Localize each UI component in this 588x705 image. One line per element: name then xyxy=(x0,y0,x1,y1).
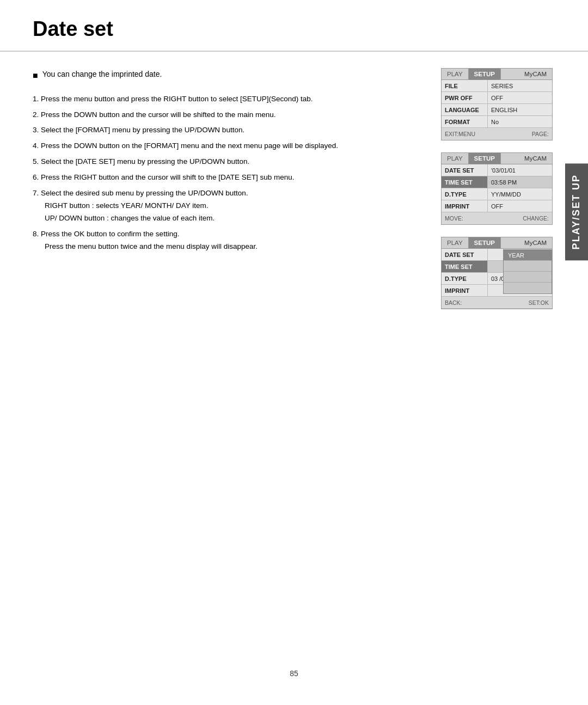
menu2-row-dtype: D.TYPE YY/MM/DD xyxy=(442,188,552,200)
menu1-row-format: FORMAT No xyxy=(442,116,552,128)
menu2-dtype-label: D.TYPE xyxy=(442,188,488,200)
menu3-tab-play: PLAY xyxy=(442,237,469,248)
page-title: Date set xyxy=(0,0,588,52)
menu1-pwroff-value: OFF xyxy=(488,92,552,103)
step-7-num: 7. xyxy=(33,189,41,197)
left-column: ■ You can change the imprinted date. 1. … xyxy=(33,68,419,309)
intro-text: You can change the imprinted date. xyxy=(42,68,162,80)
step-2-text: Press the DOWN button and the cursor wil… xyxy=(41,111,275,119)
menu3-tab-setup: SETUP xyxy=(469,237,501,248)
step-7: 7. Select the desired sub menu by pressi… xyxy=(33,188,419,224)
step-3-text: Select the [FORMAT] menu by pressing the… xyxy=(41,126,244,134)
step-8-num: 8. xyxy=(33,230,41,238)
menu1-header: PLAY SETUP MyCAM xyxy=(442,69,552,80)
menu2-imprint-value: OFF xyxy=(488,200,552,212)
menu2-row-imprint: IMPRINT OFF xyxy=(442,200,552,212)
menu1-pwroff-label: PWR OFF xyxy=(442,92,488,103)
menu3-back-label: BACK: xyxy=(445,299,462,306)
menu1-exit-label: EXIT:MENU xyxy=(445,131,475,137)
menu2-dtype-value: YY/MM/DD xyxy=(488,188,552,200)
menu2-row-dateset: DATE SET '03/01/01 xyxy=(442,164,552,176)
content-area: ■ You can change the imprinted date. 1. … xyxy=(0,68,588,309)
menu3-tab-mycam: MyCAM xyxy=(519,237,552,248)
steps-list: 1. Press the menu button and press the R… xyxy=(33,94,419,253)
step-8-sub: Press the menu button twice and the menu… xyxy=(33,241,419,253)
step-7-sub-1: RIGHT button : selects YEAR/ MONTH/ DAY … xyxy=(45,200,419,212)
step-3-num: 3. xyxy=(33,126,41,134)
menu3-footer-text: BACK: SET:OK xyxy=(442,297,552,308)
menu2-change-label: CHANGE: xyxy=(523,215,549,222)
step-6: 6. Press the RIGHT button and the cursor… xyxy=(33,172,419,183)
step-8: 8. Press the OK button to confirm the se… xyxy=(33,229,419,253)
menu1-tab-play: PLAY xyxy=(442,69,469,79)
menu1-language-value: ENGLISH xyxy=(488,104,552,115)
menu1-file-label: FILE xyxy=(442,80,488,91)
step-1-num: 1. xyxy=(33,95,41,103)
menu2-tab-setup: SETUP xyxy=(469,153,501,164)
menu3-dateset-label: DATE SET xyxy=(442,249,488,260)
menu2-footer-text: MOVE: CHANGE: xyxy=(442,212,552,224)
menu2-tab-play: PLAY xyxy=(442,153,469,164)
menu2-timeset-value: 03:58 PM xyxy=(488,176,552,188)
step-3: 3. Select the [FORMAT] menu by pressing … xyxy=(33,125,419,136)
menu1-row-file: FILE SERIES xyxy=(442,80,552,92)
submenu-overlay: YEAR xyxy=(503,249,552,294)
step-1: 1. Press the menu button and press the R… xyxy=(33,94,419,105)
menu3-dtype-label: D.TYPE xyxy=(442,273,488,284)
menu2-imprint-label: IMPRINT xyxy=(442,200,488,212)
menu1-row-pwroff: PWR OFF OFF xyxy=(442,92,552,104)
side-tab: PLAY/SET UP xyxy=(565,163,588,260)
menu3-header: PLAY SETUP MyCAM xyxy=(442,237,552,249)
step-7-sub: RIGHT button : selects YEAR/ MONTH/ DAY … xyxy=(33,200,419,224)
menu2-header: PLAY SETUP MyCAM xyxy=(442,153,552,164)
menu3-footer: BACK: SET:OK xyxy=(442,297,552,309)
submenu-empty3 xyxy=(504,283,552,293)
menu1-file-value: SERIES xyxy=(488,80,552,91)
menu3-imprint-label: IMPRINT xyxy=(442,285,488,296)
menu2-dateset-value: '03/01/01 xyxy=(488,164,552,176)
step-6-text: Press the RIGHT button and the cursor wi… xyxy=(41,173,294,181)
menu2-row-timeset: TIME SET 03:58 PM xyxy=(442,176,552,188)
submenu-empty1 xyxy=(504,261,552,272)
step-8-sub-1: Press the menu button twice and the menu… xyxy=(45,241,419,253)
step-7-sub-2: UP/ DOWN button : changes the value of e… xyxy=(45,213,419,224)
menu3-set-label: SET:OK xyxy=(529,299,549,306)
step-4-num: 4. xyxy=(33,142,41,150)
menu1-row-language: LANGUAGE ENGLISH xyxy=(442,104,552,116)
menu1-format-value: No xyxy=(488,116,552,127)
bullet-icon: ■ xyxy=(33,69,38,83)
step-4: 4. Press the DOWN button on the [FORMAT]… xyxy=(33,140,419,152)
step-4-text: Press the DOWN button on the [FORMAT] me… xyxy=(41,142,338,150)
menu1-tab-mycam: MyCAM xyxy=(519,69,552,79)
step-2: 2. Press the DOWN button and the cursor … xyxy=(33,109,419,121)
step-5-num: 5. xyxy=(33,157,41,165)
menu-panel-3: PLAY SETUP MyCAM DATE SET TIME SET D.TYP… xyxy=(441,237,553,309)
menu1-tab-setup: SETUP xyxy=(469,69,501,79)
step-6-num: 6. xyxy=(33,173,41,181)
menu2-footer: MOVE: CHANGE: xyxy=(442,212,552,224)
step-2-num: 2. xyxy=(33,111,41,119)
menu2-dateset-label: DATE SET xyxy=(442,164,488,176)
page-number: 85 xyxy=(290,669,298,678)
submenu-empty2 xyxy=(504,272,552,283)
menu1-language-label: LANGUAGE xyxy=(442,104,488,115)
step-5-text: Select the [DATE SET] menu by pressing t… xyxy=(41,157,249,165)
step-7-text: Select the desired sub menu by pressing … xyxy=(41,189,248,197)
menu1-footer: EXIT:MENU PAGE: xyxy=(442,128,552,140)
menu-panel-1: PLAY SETUP MyCAM FILE SERIES PWR OFF OFF… xyxy=(441,68,553,140)
menu1-format-label: FORMAT xyxy=(442,116,488,127)
menu-panel-2: PLAY SETUP MyCAM DATE SET '03/01/01 TIME… xyxy=(441,152,553,225)
menu2-tab-mycam: MyCAM xyxy=(519,153,552,164)
menu1-footer-text: EXIT:MENU PAGE: xyxy=(442,128,552,140)
menu1-page-label: PAGE: xyxy=(532,131,549,137)
step-1-text: Press the menu button and press the RIGH… xyxy=(41,95,313,103)
menu3-timeset-label: TIME SET xyxy=(442,261,488,272)
submenu-year: YEAR xyxy=(504,250,552,261)
intro-line: ■ You can change the imprinted date. xyxy=(33,68,419,83)
step-8-text: Press the OK button to confirm the setti… xyxy=(41,230,179,238)
menu2-move-label: MOVE: xyxy=(445,215,463,222)
right-column: PLAY SETUP MyCAM FILE SERIES PWR OFF OFF… xyxy=(441,68,555,309)
menu2-timeset-label: TIME SET xyxy=(442,176,488,188)
step-5: 5. Select the [DATE SET] menu by pressin… xyxy=(33,156,419,168)
